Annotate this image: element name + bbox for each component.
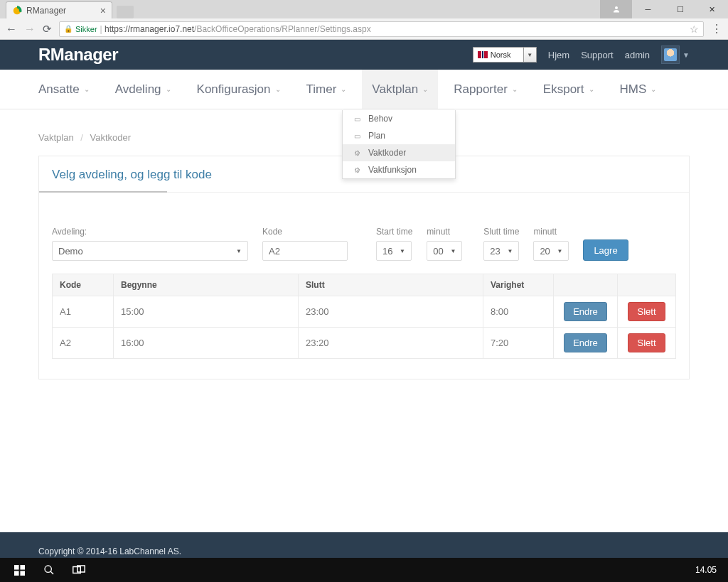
main-nav: Ansatte⌄ Avdeling⌄ Konfigurasjon⌄ Timer⌄… <box>0 70 728 109</box>
chevron-down-icon: ⌄ <box>651 85 656 93</box>
col-kode: Kode <box>53 274 114 296</box>
cell-begynne: 15:00 <box>114 296 299 328</box>
reload-button[interactable]: ⟳ <box>43 23 52 36</box>
nav-avdeling[interactable]: Avdeling⌄ <box>115 70 171 109</box>
tab-favicon <box>12 6 22 16</box>
label-start-time: Start time <box>376 227 412 237</box>
bookmark-icon[interactable]: ☆ <box>690 23 699 35</box>
label-slutt-minutt: minutt <box>533 227 569 237</box>
cell-kode: A2 <box>53 328 114 359</box>
nav-rapporter[interactable]: Rapporter⌄ <box>454 70 518 109</box>
start-button[interactable] <box>4 558 34 582</box>
start-hour-select[interactable]: 16▼ <box>376 241 412 261</box>
avdeling-select[interactable]: Demo▼ <box>52 241 248 261</box>
dropdown-item-behov[interactable]: ▭Behov <box>343 110 455 127</box>
dropdown-item-vaktkoder[interactable]: ⚙Vaktkoder <box>343 144 455 161</box>
chevron-down-icon: ⌄ <box>422 85 428 93</box>
start-minute-select[interactable]: 00▼ <box>427 241 462 261</box>
secure-label: Sikker <box>75 25 97 33</box>
nav-vaktplan[interactable]: Vaktplan⌄ <box>362 70 438 109</box>
dropdown-item-plan[interactable]: ▭Plan <box>343 127 455 144</box>
svg-line-7 <box>50 571 53 574</box>
svg-point-1 <box>615 6 618 9</box>
cell-varighet: 7:20 <box>483 328 554 359</box>
nav-eksport[interactable]: Eksport⌄ <box>543 70 594 109</box>
back-button[interactable]: ← <box>6 23 17 36</box>
square-icon: ▭ <box>353 115 361 123</box>
chevron-down-icon: ▼ <box>507 248 513 254</box>
app-header: RManager Norsk ▼ Hjem Support admin ▼ <box>0 40 728 70</box>
cell-begynne: 16:00 <box>114 328 299 359</box>
chevron-down-icon: ⌄ <box>84 85 90 93</box>
label-kode: Kode <box>262 227 348 237</box>
delete-button[interactable]: Slett <box>628 333 665 352</box>
url-path: /BackOfficeOperations/RPlanner/Settings.… <box>194 24 371 34</box>
svg-rect-2 <box>14 565 19 570</box>
taskbar-clock[interactable]: 14.05 <box>695 565 724 575</box>
url-host: https://rmanager.io7.net <box>105 24 194 34</box>
nav-admin-link[interactable]: admin <box>625 50 650 60</box>
svg-rect-3 <box>20 565 25 570</box>
svg-rect-5 <box>20 571 25 576</box>
app-footer: Copyright © 2014-16 LabChannel AS. <box>0 532 728 558</box>
chevron-down-icon: ⌄ <box>166 85 171 93</box>
breadcrumb-root[interactable]: Vaktplan <box>38 132 74 143</box>
language-select[interactable]: Norsk ▼ <box>473 47 537 63</box>
chevron-down-icon: ⌄ <box>512 85 518 93</box>
col-begynne: Begynne <box>114 274 299 296</box>
save-button[interactable]: Lagre <box>583 239 628 261</box>
user-menu[interactable]: ▼ <box>661 45 690 64</box>
address-bar[interactable]: 🔒 Sikker | https://rmanager.io7.net/Back… <box>59 21 704 37</box>
windows-taskbar: 14.05 <box>0 558 728 582</box>
window-close-button[interactable]: ✕ <box>696 0 728 18</box>
end-hour-select[interactable]: 23▼ <box>483 241 519 261</box>
language-label: Norsk <box>491 50 511 59</box>
cell-slutt: 23:20 <box>299 328 483 359</box>
nav-timer[interactable]: Timer⌄ <box>306 70 347 109</box>
codes-table: Kode Begynne Slutt Varighet A1 15:00 23:… <box>52 274 676 359</box>
delete-button[interactable]: Slett <box>628 302 665 321</box>
chevron-down-icon: ▼ <box>400 248 405 254</box>
edit-button[interactable]: Endre <box>564 302 607 321</box>
end-minute-select[interactable]: 20▼ <box>533 241 569 261</box>
forward-button[interactable]: → <box>24 23 36 36</box>
avatar <box>661 45 680 64</box>
search-button[interactable] <box>34 558 64 582</box>
chevron-down-icon: ⌄ <box>589 85 594 93</box>
kode-input[interactable] <box>262 241 348 261</box>
label-avdeling: Avdeling: <box>52 227 248 237</box>
cell-slutt: 23:00 <box>299 296 483 328</box>
nav-ansatte[interactable]: Ansatte⌄ <box>38 70 90 109</box>
copyright-text: Copyright © 2014-16 LabChannel AS. <box>38 546 181 556</box>
task-view-button[interactable] <box>64 558 94 582</box>
cell-varighet: 8:00 <box>483 296 554 328</box>
chevron-down-icon: ⌄ <box>341 85 346 93</box>
browser-tab[interactable]: RManager × <box>6 1 112 18</box>
col-slutt: Slutt <box>299 274 483 296</box>
svg-rect-4 <box>14 571 19 576</box>
flag-norway-icon <box>478 51 488 58</box>
label-start-minutt: minutt <box>427 227 462 237</box>
chevron-down-icon: ▼ <box>450 248 456 254</box>
language-dropdown-button[interactable]: ▼ <box>524 47 537 63</box>
label-slutt-time: Slutt time <box>483 227 519 237</box>
new-tab-button[interactable] <box>117 6 134 18</box>
nav-home-link[interactable]: Hjem <box>548 50 569 60</box>
col-varighet: Varighet <box>483 274 554 296</box>
dropdown-item-vaktfunksjon[interactable]: ⚙Vaktfunksjon <box>343 161 455 178</box>
gear-icon: ⚙ <box>353 166 361 174</box>
window-minimize-button[interactable]: ─ <box>632 0 664 18</box>
edit-button[interactable]: Endre <box>564 333 607 352</box>
brand-title: RManager <box>38 45 118 65</box>
table-row: A2 16:00 23:20 7:20 Endre Slett <box>53 328 676 359</box>
close-tab-icon[interactable]: × <box>93 5 106 16</box>
chrome-profile-icon[interactable] <box>600 0 632 18</box>
table-row: A1 15:00 23:00 8:00 Endre Slett <box>53 296 676 328</box>
chrome-menu-icon[interactable]: ⋮ <box>711 22 722 36</box>
nav-support-link[interactable]: Support <box>581 50 614 60</box>
nav-hms[interactable]: HMS⌄ <box>620 70 657 109</box>
vaktplan-dropdown: ▭Behov ▭Plan ⚙Vaktkoder ⚙Vaktfunksjon <box>342 110 456 179</box>
window-maximize-button[interactable]: ☐ <box>664 0 696 18</box>
nav-konfigurasjon[interactable]: Konfigurasjon⌄ <box>197 70 281 109</box>
cell-kode: A1 <box>53 296 114 328</box>
